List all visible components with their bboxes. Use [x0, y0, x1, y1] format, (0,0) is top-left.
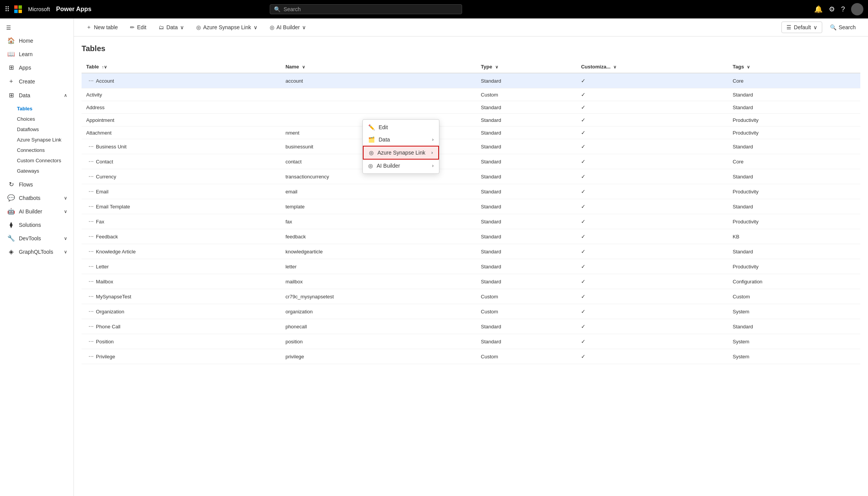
row-dots-button[interactable]: ··· — [86, 157, 96, 166]
table-row[interactable]: ···MailboxmailboxStandard✓Configuration — [82, 274, 860, 289]
notification-icon[interactable]: 🔔 — [814, 5, 823, 13]
row-dots-button[interactable]: ··· — [86, 187, 96, 196]
sidebar-item-ai-builder[interactable]: 🤖 AI Builder ∨ — [0, 205, 73, 218]
customizable-check: ✓ — [581, 218, 586, 225]
edit-context-icon: ✏️ — [368, 124, 375, 130]
table-row[interactable]: ···ContactcontactStandard✓Core — [82, 154, 860, 169]
col-header-type[interactable]: Type ∨ — [476, 61, 576, 73]
default-button[interactable]: ☰ Default ∨ — [781, 22, 822, 33]
table-row[interactable]: ···FeedbackfeedbackStandard✓KB — [82, 229, 860, 244]
avatar[interactable] — [851, 3, 863, 15]
table-row[interactable]: AddressStandard✓Standard — [82, 101, 860, 114]
context-menu-item-data[interactable]: 🗂️ Data › — [363, 133, 439, 146]
settings-icon[interactable]: ⚙ — [829, 5, 835, 13]
row-dots-button[interactable]: ··· — [86, 352, 96, 361]
row-dots-button[interactable]: ··· — [86, 322, 96, 331]
ai-builder-button[interactable]: ◎ AI Builder ∨ — [265, 22, 311, 33]
sidebar-item-learn[interactable]: 📖 Learn — [0, 47, 73, 61]
chatbots-expand-icon: ∨ — [64, 195, 67, 201]
learn-icon: 📖 — [7, 50, 15, 58]
sidebar-item-data[interactable]: ⊞ Data ∧ — [0, 88, 73, 102]
toolbar-search-icon: 🔍 — [830, 24, 836, 30]
col-header-tags[interactable]: Tags ∨ — [728, 61, 860, 73]
table-row[interactable]: ···Business UnitbusinessunitStandard✓Sta… — [82, 139, 860, 154]
sidebar-sub-item-connections[interactable]: Connections — [0, 145, 73, 155]
table-row[interactable]: ActivityCustom✓Standard — [82, 88, 860, 101]
sidebar-item-devtools[interactable]: 🔧 DevTools ∨ — [0, 231, 73, 245]
sidebar-item-flows[interactable]: ↻ Flows — [0, 178, 73, 191]
flows-icon: ↻ — [7, 181, 15, 188]
sidebar-item-apps[interactable]: ⊞ Apps — [0, 61, 73, 74]
toolbar-search-button[interactable]: 🔍 Search — [825, 22, 860, 33]
context-menu-item-azure-synapse[interactable]: ◎ Azure Synapse Link › — [363, 146, 439, 160]
ai-builder-context-icon: ◎ — [368, 163, 373, 169]
layout: ☰ 🏠 Home 📖 Learn ⊞ Apps ＋ Create ⊞ Data … — [0, 18, 868, 496]
row-dots-button[interactable]: ··· — [86, 217, 96, 226]
table-row[interactable]: ···OrganizationorganizationCustom✓System — [82, 304, 860, 319]
row-dots-button[interactable]: ··· — [86, 337, 96, 346]
table-row[interactable]: ···Email TemplatetemplateStandard✓Standa… — [82, 199, 860, 214]
customizable-check: ✓ — [581, 293, 586, 300]
sidebar-item-chatbots[interactable]: 💬 Chatbots ∨ — [0, 191, 73, 205]
row-dots-button[interactable]: ··· — [86, 142, 96, 151]
sidebar-sub-item-custom-connectors[interactable]: Custom Connectors — [0, 155, 73, 166]
table-row[interactable]: ···MySynapseTestcr79c_mysynapsetestCusto… — [82, 289, 860, 304]
app-name: Power Apps — [56, 6, 92, 13]
search-icon: 🔍 — [274, 6, 280, 12]
global-search[interactable]: 🔍 — [270, 4, 462, 14]
sidebar-sub-item-choices[interactable]: Choices — [0, 114, 73, 124]
row-dots-button[interactable]: ··· — [86, 247, 96, 256]
new-table-icon: ＋ — [86, 24, 92, 31]
sidebar-item-create[interactable]: ＋ Create — [0, 74, 73, 88]
sidebar-item-home[interactable]: 🏠 Home — [0, 34, 73, 47]
col-header-table[interactable]: Table ↑∨ — [82, 61, 281, 73]
apps-icon: ⊞ — [7, 64, 15, 71]
sidebar-sub-item-dataflows[interactable]: Dataflows — [0, 124, 73, 135]
azure-synapse-icon: ◎ — [196, 24, 201, 30]
table-row[interactable]: AppointmentStandard✓Productivity — [82, 114, 860, 126]
table-row[interactable]: ···LetterletterStandard✓Productivity — [82, 259, 860, 274]
table-row[interactable]: ···Knowledge ArticleknowledgearticleStan… — [82, 244, 860, 259]
table-row[interactable]: ···PrivilegeprivilegeCustom✓System — [82, 349, 860, 364]
default-chevron-icon: ∨ — [813, 24, 817, 30]
search-input[interactable] — [284, 6, 458, 12]
customizable-check: ✓ — [581, 78, 586, 84]
tables-table: Table ↑∨ Name ∨ Type ∨ Customiza... ∨ Ta… — [82, 61, 860, 364]
table-row[interactable]: ···AccountaccountStandard✓Core — [82, 73, 860, 88]
table-row[interactable]: ···PositionpositionStandard✓System — [82, 334, 860, 349]
context-menu-item-ai-builder[interactable]: ◎ AI Builder › — [363, 160, 439, 172]
row-dots-button[interactable]: ··· — [86, 202, 96, 211]
new-table-button[interactable]: ＋ New table — [82, 22, 122, 33]
table-row[interactable]: ···FaxfaxStandard✓Productivity — [82, 214, 860, 229]
sidebar-sub-item-azure-synapse[interactable]: Azure Synapse Link — [0, 135, 73, 145]
sidebar-item-solutions[interactable]: ⧫ Solutions — [0, 218, 73, 231]
row-dots-button[interactable]: ··· — [86, 262, 96, 271]
table-row[interactable]: AttachmentnmentStandard✓Productivity — [82, 126, 860, 139]
customizable-check: ✓ — [581, 323, 586, 330]
waffle-icon[interactable]: ⠿ — [5, 5, 10, 13]
sidebar-item-graphqltools[interactable]: ◈ GraphQLTools ∨ — [0, 245, 73, 258]
row-dots-button[interactable]: ··· — [86, 292, 96, 301]
row-dots-button[interactable]: ··· — [86, 172, 96, 181]
customizable-check: ✓ — [581, 117, 586, 123]
table-row[interactable]: ···Phone CallphonecallStandard✓Standard — [82, 319, 860, 334]
edit-button[interactable]: ✏ Edit — [125, 22, 151, 33]
row-dots-button[interactable]: ··· — [86, 277, 96, 286]
data-button[interactable]: 🗂 Data ∨ — [154, 22, 189, 33]
col-header-customizable[interactable]: Customiza... ∨ — [576, 61, 728, 73]
data-chevron-icon: ∨ — [180, 24, 184, 30]
customizable-check: ✓ — [581, 338, 586, 345]
azure-synapse-link-button[interactable]: ◎ Azure Synapse Link ∨ — [192, 22, 262, 33]
context-menu-item-edit[interactable]: ✏️ Edit — [363, 121, 439, 133]
sidebar-sub-item-gateways[interactable]: Gateways — [0, 166, 73, 176]
customizable-check: ✓ — [581, 104, 586, 110]
row-dots-button[interactable]: ··· — [86, 307, 96, 316]
help-icon[interactable]: ? — [841, 5, 845, 13]
row-dots-button[interactable]: ··· — [86, 232, 96, 241]
col-header-name[interactable]: Name ∨ — [281, 61, 476, 73]
row-dots-button[interactable]: ··· — [86, 77, 96, 85]
sidebar-sub-item-tables[interactable]: Tables — [0, 103, 73, 114]
table-row[interactable]: ···EmailemailStandard✓Productivity — [82, 184, 860, 199]
table-row[interactable]: ···CurrencytransactioncurrencyStandard✓S… — [82, 169, 860, 184]
sidebar-toggle[interactable]: ☰ — [0, 22, 73, 34]
